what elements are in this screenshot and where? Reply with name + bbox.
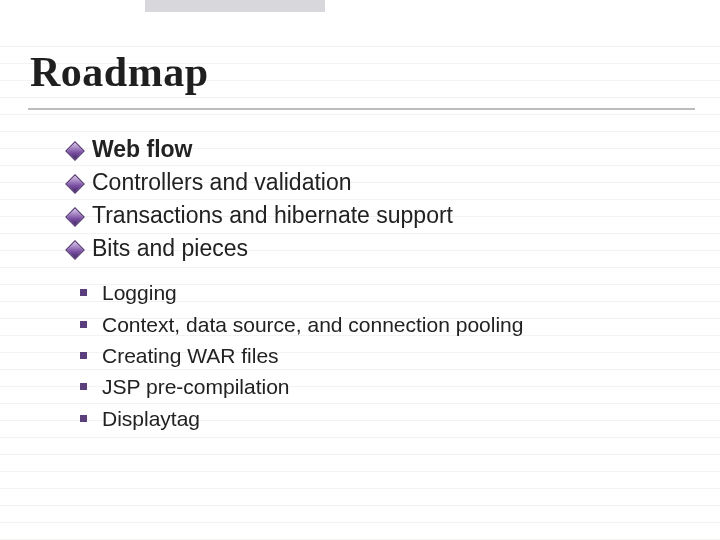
sub-bullet-text: Creating WAR files	[102, 344, 279, 367]
sub-bullet-item: Logging	[80, 278, 690, 307]
sub-bullet-item: Creating WAR files	[80, 341, 690, 370]
bullet-text: Bits and pieces	[92, 235, 248, 261]
bullet-text: Transactions and hibernate support	[92, 202, 453, 228]
sub-bullet-item: Displaytag	[80, 404, 690, 433]
bullet-item: Controllers and validation	[68, 167, 690, 198]
sub-bullet-text: Context, data source, and connection poo…	[102, 313, 523, 336]
slide-title: Roadmap	[30, 48, 690, 96]
bullet-text: Controllers and validation	[92, 169, 352, 195]
bullet-item: Web flow	[68, 134, 690, 165]
title-underline	[28, 108, 695, 110]
bullet-text: Web flow	[92, 136, 193, 162]
sub-bullet-item: JSP pre-compilation	[80, 372, 690, 401]
sub-bullet-item: Context, data source, and connection poo…	[80, 310, 690, 339]
slide-body: Roadmap Web flow Controllers and validat…	[0, 0, 720, 433]
bullet-item: Bits and pieces	[68, 233, 690, 264]
main-bullet-list: Web flow Controllers and validation Tran…	[68, 134, 690, 264]
sub-bullet-text: Logging	[102, 281, 177, 304]
sub-bullet-text: Displaytag	[102, 407, 200, 430]
sub-bullet-list: Logging Context, data source, and connec…	[80, 278, 690, 433]
sub-bullet-text: JSP pre-compilation	[102, 375, 290, 398]
bullet-item: Transactions and hibernate support	[68, 200, 690, 231]
